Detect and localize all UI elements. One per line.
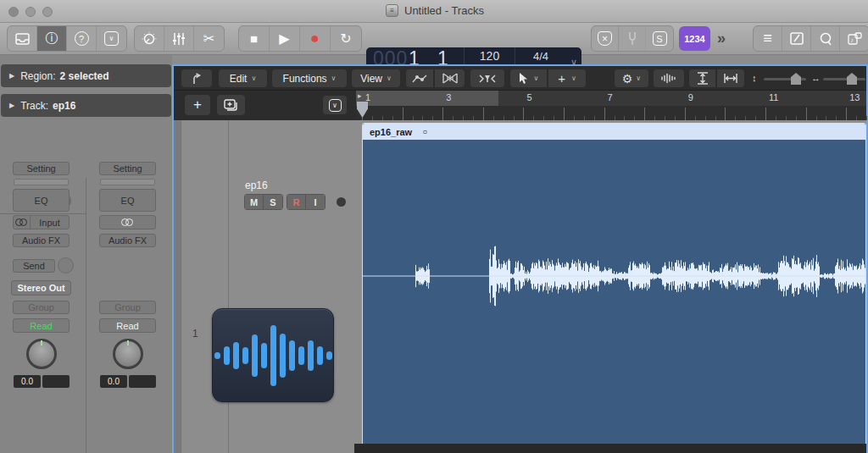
stop-button[interactable]: ■ xyxy=(239,26,270,51)
transport-group: ■ ▶ ● ↻ xyxy=(238,25,362,52)
cycle-button[interactable]: ↻ xyxy=(331,26,361,51)
track-icon-bar xyxy=(326,351,332,360)
track-name[interactable]: ep16 xyxy=(245,180,268,191)
mixer-icon[interactable] xyxy=(164,26,194,51)
solo-button[interactable]: S xyxy=(264,195,282,209)
strip1-input-button[interactable]: Input xyxy=(13,215,70,229)
functions-menu[interactable]: Functions∨ xyxy=(272,69,347,87)
record-enable-button[interactable]: R xyxy=(287,195,306,209)
duplicate-track-button[interactable] xyxy=(217,95,245,115)
ruler-tick xyxy=(665,116,665,120)
tuner-button[interactable] xyxy=(619,26,646,51)
region-inspector-header[interactable]: ▶ Region: 2 selected xyxy=(1,64,171,87)
note-pads-icon[interactable] xyxy=(782,26,811,51)
panel-divider xyxy=(228,120,229,453)
region-waveform xyxy=(363,204,866,348)
volume-value-label: 0.0 xyxy=(108,377,120,386)
play-button[interactable]: ▶ xyxy=(270,26,300,51)
strip2-volume-value[interactable]: 0.0 xyxy=(100,375,127,388)
audio-region[interactable]: ep16_raw ○ xyxy=(362,123,866,445)
chevron-down-icon: ∨ xyxy=(534,75,539,82)
strip2-setting-button[interactable]: Setting xyxy=(99,162,156,175)
strip1-send-button[interactable]: Send xyxy=(13,259,55,273)
apple-loops-icon[interactable] xyxy=(811,26,840,51)
strip1-volume-value[interactable]: 0.0 xyxy=(14,375,41,388)
vertical-auto-zoom-button[interactable] xyxy=(689,69,716,87)
flex-toggle-button[interactable] xyxy=(435,69,465,87)
strip1-eq-button[interactable]: EQ xyxy=(13,189,70,212)
track-icon-bar xyxy=(252,334,258,377)
automation-toggle-button[interactable] xyxy=(406,69,434,87)
chevron-down-icon: ∨ xyxy=(251,75,256,82)
window-zoom-button[interactable] xyxy=(42,7,53,17)
strip1-setting-button[interactable]: Setting xyxy=(13,162,70,175)
flex-icon xyxy=(442,73,459,84)
strip1-eq-thumbnail[interactable] xyxy=(14,179,69,185)
solo-mode-button[interactable]: S xyxy=(646,26,673,51)
strip1-peak-value[interactable] xyxy=(42,375,70,388)
vertical-zoom-slider[interactable]: ↕ xyxy=(752,69,808,87)
add-track-button[interactable]: + xyxy=(185,95,210,115)
track-inspector-header[interactable]: ▶ Track: ep16 xyxy=(1,94,171,117)
strip2-eq-thumbnail[interactable] xyxy=(100,179,155,185)
strip1-group-button[interactable]: Group xyxy=(13,301,70,314)
strip2-pan-knob[interactable] xyxy=(113,339,143,369)
edit-menu[interactable]: Edit∨ xyxy=(219,69,267,87)
horizontal-zoom-slider[interactable]: ↔ xyxy=(811,69,867,87)
catch-playhead-button[interactable] xyxy=(181,69,212,87)
strip2-group-button[interactable]: Group xyxy=(99,301,156,314)
track-header-options-button[interactable]: ∨ xyxy=(323,96,347,114)
horizontal-scrollbar-track[interactable] xyxy=(354,444,866,453)
horizontal-auto-zoom-button[interactable] xyxy=(717,69,744,87)
lcd-time-sig: 4/4 xyxy=(515,50,566,63)
ruler-tick xyxy=(654,116,655,120)
scissors-icon[interactable]: ✂ xyxy=(194,26,224,51)
window-minimize-button[interactable] xyxy=(25,7,36,17)
view-menu[interactable]: View∨ xyxy=(352,69,400,87)
mute-button[interactable]: M xyxy=(245,195,264,209)
list-editors-icon[interactable]: ≡ xyxy=(754,26,782,51)
bar-ruler[interactable]: ▸ 135791113 xyxy=(356,91,866,120)
master-mute-button[interactable]: × xyxy=(592,26,619,51)
waveform-zoom-button[interactable] xyxy=(654,69,684,87)
ruler-tick xyxy=(514,116,515,120)
input-monitoring-label: I xyxy=(314,197,316,207)
strip2-eq-button[interactable]: EQ xyxy=(99,189,156,212)
record-button[interactable]: ● xyxy=(300,26,331,51)
snap-mode-button[interactable] xyxy=(470,69,504,87)
left-click-tool-menu[interactable]: ∨ xyxy=(510,69,548,87)
region-label: Region: xyxy=(20,70,55,82)
audio-fx-label: Audio FX xyxy=(22,235,60,246)
horizontal-zoom-thumb[interactable] xyxy=(847,73,857,85)
track-icon[interactable] xyxy=(212,308,334,402)
ruler-tick xyxy=(543,116,544,120)
region-header[interactable]: ep16_raw ○ xyxy=(363,124,865,140)
library-icon[interactable] xyxy=(8,26,37,51)
ruler-tick xyxy=(715,116,716,120)
media-browser-icon[interactable]: ♪ xyxy=(840,26,868,51)
input-monitoring-button[interactable]: I xyxy=(306,195,325,209)
strip2-audio-fx-button[interactable]: Audio FX xyxy=(99,234,156,247)
strip1-audio-fx-button[interactable]: Audio FX xyxy=(13,234,70,247)
strip2-automation-button[interactable]: Read xyxy=(99,318,156,333)
smart-controls-icon[interactable] xyxy=(135,26,164,51)
count-in-button[interactable]: 1234 xyxy=(679,26,710,51)
control-bar: ⓘ ? ∨ ✂ ■ ▶ ● ↻ 000 xyxy=(0,23,868,55)
window-close-button[interactable] xyxy=(8,7,19,17)
track-options-menu[interactable]: ⚙ ∨ xyxy=(615,69,648,87)
command-click-tool-menu[interactable]: + ∨ xyxy=(548,69,586,87)
strip1-pan-knob[interactable] xyxy=(26,339,57,369)
strip1-automation-button[interactable]: Read xyxy=(13,318,70,333)
toolbar-toggle-icon[interactable]: ∨ xyxy=(97,26,126,51)
vertical-zoom-thumb[interactable] xyxy=(791,73,801,85)
strip2-format-button[interactable] xyxy=(99,215,156,229)
quick-help-icon[interactable]: ? xyxy=(67,26,97,51)
strip2-peak-value[interactable] xyxy=(129,375,156,388)
region-loop-icon[interactable]: ○ xyxy=(422,127,427,136)
ruler-tick xyxy=(856,116,857,120)
strip1-output-button[interactable]: Stereo Out xyxy=(11,280,71,296)
send-knob[interactable] xyxy=(58,257,74,273)
stereo-format-icon[interactable] xyxy=(14,216,31,229)
inspector-toggle-icon[interactable]: ⓘ xyxy=(37,26,67,51)
toolbar-overflow-button[interactable]: » xyxy=(717,30,726,47)
